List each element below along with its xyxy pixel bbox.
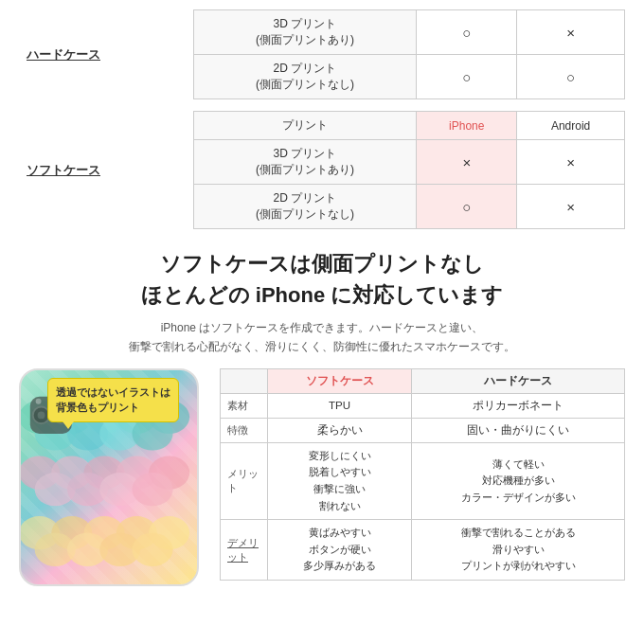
demerit-label: デメリット [221, 520, 268, 581]
soft-material: TPU [268, 393, 412, 418]
right-table: ソフトケース ハードケース 素材 TPU ポリカーボネート 特徴 柔らかい 固い… [220, 368, 625, 581]
soft-2d-android: × [517, 185, 625, 229]
svg-point-17 [132, 473, 172, 506]
soft-3d-android: × [517, 140, 625, 185]
soft-case-header: ソフトケース [268, 368, 412, 393]
empty-header [221, 368, 268, 393]
comparison-row-feature: 特徴 柔らかい 固い・曲がりにくい [221, 418, 625, 442]
android-header: Android [517, 112, 625, 140]
soft-merit: 変形しにくい脱着しやすい衝撃に強い割れない [268, 442, 412, 519]
main-title-line2: ほとんどの iPhone に対応しています [19, 279, 625, 311]
feature-label: 特徴 [221, 418, 268, 442]
comparison-row-merit: メリット 変形しにくい脱着しやすい衝撃に強い割れない 薄くて軽い対応機種が多いカ… [221, 442, 625, 519]
hard-2d-android: ○ [517, 55, 625, 99]
comparison-header-row: ソフトケース ハードケース [221, 368, 625, 393]
merit-label: メリット [221, 442, 268, 519]
svg-point-30 [38, 411, 45, 419]
top-comparison-table: ハードケース 3D プリント(側面プリントあり) ○ × 2D プリント(側面プ… [19, 9, 625, 229]
hard-3d-iphone: ○ [417, 10, 517, 55]
sub-text-line2: 衝撃で割れる心配がなく、滑りにくく、防御性に優れたスマホケースです。 [19, 337, 625, 356]
comparison-table: ソフトケース ハードケース 素材 TPU ポリカーボネート 特徴 柔らかい 固い… [220, 368, 625, 581]
material-label: 素材 [221, 393, 268, 418]
hard-demerit: 衝撃で割れることがある滑りやすいプリントが剥がれやすい [412, 520, 625, 581]
main-title: ソフトケースは側面プリントなし ほとんどの iPhone に対応しています [19, 248, 625, 311]
svg-point-26 [132, 533, 172, 566]
tooltip-line1: 透過ではないイラストは [56, 386, 170, 398]
hard-case-header: ハードケース [412, 368, 625, 393]
sub-text: iPhone はソフトケースを作成できます。ハードケースと違い、 衝撃で割れる心… [19, 318, 625, 357]
tooltip-line2: 背景色もプリント [56, 402, 139, 413]
headline-section: ソフトケースは側面プリントなし ほとんどの iPhone に対応しています iP… [19, 248, 625, 357]
hard-3d-android: × [517, 10, 625, 55]
soft-3d-label: 3D プリント(側面プリントあり) [193, 140, 417, 185]
soft-feature: 柔らかい [268, 418, 412, 442]
soft-3d-iphone: × [417, 140, 517, 185]
sub-text-line1: iPhone はソフトケースを作成できます。ハードケースと違い、 [19, 318, 625, 337]
hard-feature: 固い・曲がりにくい [412, 418, 625, 442]
hard-merit: 薄くて軽い対応機種が多いカラー・デザインが多い [412, 442, 625, 519]
soft-2d-label: 2D プリント(側面プリントなし) [193, 185, 417, 229]
hard-3d-label: 3D プリント(側面プリントあり) [193, 10, 417, 55]
comparison-row-material: 素材 TPU ポリカーボネート [221, 393, 625, 418]
tooltip-balloon: 透過ではないイラストは 背景色もプリント [47, 378, 179, 422]
hard-case-label: ハードケース [19, 10, 193, 99]
spacer-row [19, 99, 625, 112]
comparison-row-demerit: デメリット 黄ばみやすいボタンが硬い多少厚みがある 衝撃で割れることがある滑りや… [221, 520, 625, 581]
soft-demerit: 黄ばみやすいボタンが硬い多少厚みがある [268, 520, 412, 581]
soft-2d-iphone: ○ [417, 185, 517, 229]
iphone-header: iPhone [417, 112, 517, 140]
phone-area: 透過ではないイラストは 背景色もプリント [19, 368, 208, 586]
svg-point-32 [36, 399, 42, 404]
print-header: プリント [193, 112, 417, 140]
hard-2d-iphone: ○ [417, 55, 517, 99]
hard-2d-label: 2D プリント(側面プリントなし) [193, 55, 417, 99]
page-container: ハードケース 3D プリント(側面プリントあり) ○ × 2D プリント(側面プ… [0, 0, 644, 605]
main-title-line1: ソフトケースは側面プリントなし [19, 248, 625, 279]
hard-material: ポリカーボネート [412, 393, 625, 418]
table-row-header: ソフトケース プリント iPhone Android [19, 112, 625, 140]
table-row: ハードケース 3D プリント(側面プリントあり) ○ × [19, 10, 625, 55]
soft-case-label: ソフトケース [19, 112, 193, 229]
bottom-section: 透過ではないイラストは 背景色もプリント ソフトケース ハードケース 素材 TP… [19, 368, 625, 586]
